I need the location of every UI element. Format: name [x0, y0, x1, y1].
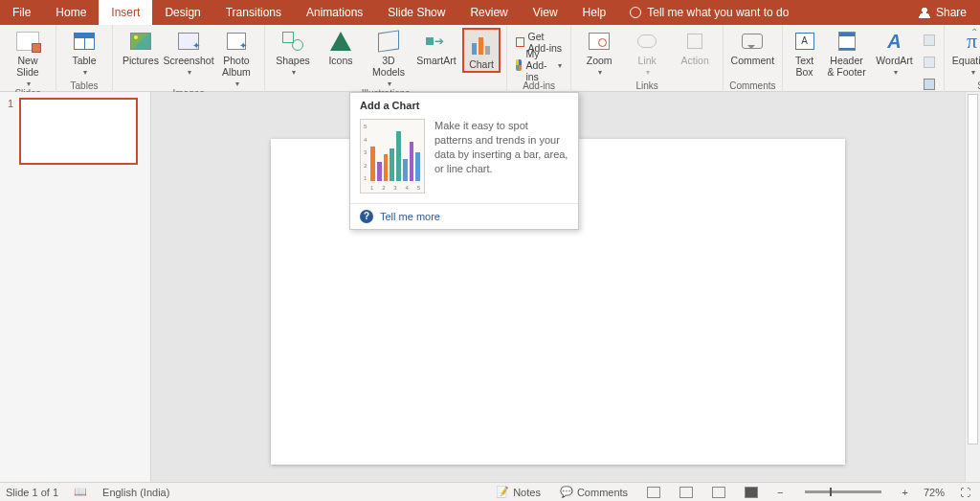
- slide-number-button: [921, 53, 938, 72]
- zoom-in-button[interactable]: +: [899, 487, 912, 498]
- zoom-slider[interactable]: [805, 490, 881, 493]
- group-tables: Table▾ Tables: [56, 25, 113, 92]
- help-icon: ?: [360, 210, 373, 223]
- reading-view-icon: [712, 487, 725, 498]
- textbox-icon: A: [795, 33, 814, 50]
- group-addins: Get Add-ins My Add-ins▾ Add-ins: [507, 25, 571, 92]
- header-footer-icon: [838, 32, 856, 51]
- header-footer-button[interactable]: Header & Footer: [825, 27, 869, 78]
- shapes-button[interactable]: Shapes▾: [271, 27, 315, 77]
- smartart-icon: [426, 33, 447, 50]
- tell-me-more-link[interactable]: ? Tell me more: [350, 203, 578, 229]
- new-slide-icon: [16, 32, 39, 51]
- tell-me-search[interactable]: Tell me what you want to do: [618, 6, 800, 19]
- comments-button[interactable]: 💬 Comments: [556, 486, 632, 498]
- table-button[interactable]: Table▾: [62, 27, 106, 77]
- collapse-ribbon-button[interactable]: ⌃: [970, 27, 978, 37]
- tab-help[interactable]: Help: [570, 0, 619, 25]
- 3d-models-icon: [378, 30, 399, 52]
- my-addins-button[interactable]: My Add-ins▾: [513, 56, 565, 75]
- bulb-icon: [630, 7, 641, 18]
- tab-design[interactable]: Design: [152, 0, 212, 25]
- icons-icon: [330, 32, 351, 51]
- tooltip-chart-preview: 54321 12345: [360, 119, 425, 194]
- tab-file[interactable]: File: [0, 0, 43, 25]
- tab-transitions[interactable]: Transitions: [213, 0, 294, 25]
- language-indicator[interactable]: English (India): [102, 487, 169, 498]
- chart-button-highlight: Chart: [462, 28, 501, 73]
- thumbnail-number: 1: [8, 98, 13, 165]
- sorter-view-icon: [679, 487, 693, 498]
- slide-thumbnail-1[interactable]: [19, 98, 138, 165]
- chart-button[interactable]: Chart: [465, 31, 498, 70]
- normal-view-icon: [647, 487, 660, 498]
- zoom-button[interactable]: Zoom▾: [577, 27, 621, 77]
- fit-to-window-button[interactable]: ⛶: [956, 487, 974, 498]
- tab-animations[interactable]: Animations: [294, 0, 375, 25]
- reading-view-button[interactable]: [708, 487, 729, 498]
- wordart-icon: A: [887, 31, 901, 53]
- my-addins-icon: [516, 59, 522, 71]
- status-bar: Slide 1 of 1 📖 English (India) 📝 Notes 💬…: [0, 482, 980, 501]
- ribbon: New Slide▾ Slides Table▾ Tables Pictures…: [0, 25, 980, 92]
- action-icon: [687, 34, 702, 49]
- slideshow-view-icon: [745, 487, 758, 498]
- slide-thumbnail-panel: 1: [0, 92, 151, 482]
- group-images: Pictures Screenshot▾ Photo Album▾ Images: [113, 25, 265, 92]
- smartart-button[interactable]: SmartArt: [414, 27, 458, 66]
- tooltip-description: Make it easy to spot patterns and trends…: [434, 119, 568, 175]
- date-time-button: [921, 31, 938, 50]
- action-button: Action: [673, 27, 717, 66]
- table-icon: [74, 33, 95, 50]
- group-links: Zoom▾ Link▾ Action Links: [571, 25, 724, 92]
- tab-insert[interactable]: Insert: [99, 0, 152, 25]
- comment-icon: [742, 34, 763, 49]
- person-icon: [919, 7, 930, 18]
- object-button[interactable]: [921, 75, 938, 94]
- tab-view[interactable]: View: [521, 0, 570, 25]
- 3d-models-button[interactable]: 3D Models▾: [367, 27, 411, 88]
- pictures-button[interactable]: Pictures: [119, 27, 163, 66]
- slide-number-icon: [924, 57, 935, 68]
- slide-counter: Slide 1 of 1: [6, 487, 58, 498]
- shapes-icon: [282, 32, 303, 51]
- zoom-icon: [589, 33, 610, 50]
- group-label: Add-ins: [523, 80, 555, 92]
- object-icon: [924, 79, 935, 90]
- tooltip-title: Add a Chart: [350, 93, 578, 115]
- group-illustrations: Shapes▾ Icons 3D Models▾ SmartArt Chart …: [265, 25, 507, 92]
- group-slides: New Slide▾ Slides: [0, 25, 56, 92]
- zoom-level[interactable]: 72%: [924, 487, 945, 498]
- menu-bar: File Home Insert Design Transitions Anim…: [0, 0, 980, 25]
- screenshot-button[interactable]: Screenshot▾: [167, 27, 211, 77]
- comment-button[interactable]: Comment: [730, 27, 774, 66]
- group-comments: Comment Comments: [724, 25, 782, 92]
- textbox-button[interactable]: AText Box: [789, 27, 821, 78]
- link-icon: [637, 34, 657, 48]
- slideshow-view-button[interactable]: [741, 487, 762, 498]
- wordart-button[interactable]: AWordArt▾: [873, 27, 917, 77]
- notes-button[interactable]: 📝 Notes: [492, 486, 545, 498]
- normal-view-button[interactable]: [643, 487, 664, 498]
- icons-button[interactable]: Icons: [319, 27, 363, 66]
- share-button[interactable]: Share: [905, 6, 980, 19]
- tab-slideshow[interactable]: Slide Show: [375, 0, 457, 25]
- zoom-out-button[interactable]: −: [773, 487, 787, 498]
- photo-album-button[interactable]: Photo Album▾: [214, 27, 258, 88]
- spell-check-button[interactable]: 📖: [70, 486, 91, 498]
- group-label: Links: [635, 80, 657, 92]
- new-slide-button[interactable]: New Slide▾: [6, 27, 50, 88]
- link-button: Link▾: [625, 27, 669, 77]
- store-icon: [516, 37, 524, 47]
- chart-tooltip: Add a Chart 54321 12345 Make it easy to …: [349, 92, 579, 230]
- tab-home[interactable]: Home: [43, 0, 99, 25]
- pictures-icon: [130, 33, 151, 50]
- chart-icon: [470, 35, 493, 55]
- group-label: Comments: [729, 80, 775, 92]
- group-text: AText Box Header & Footer AWordArt▾ Text: [783, 25, 945, 92]
- screenshot-icon: [178, 33, 199, 50]
- vertical-scrollbar[interactable]: [965, 92, 980, 482]
- sorter-view-button[interactable]: [676, 487, 697, 498]
- tab-review[interactable]: Review: [457, 0, 520, 25]
- photo-album-icon: [227, 33, 246, 50]
